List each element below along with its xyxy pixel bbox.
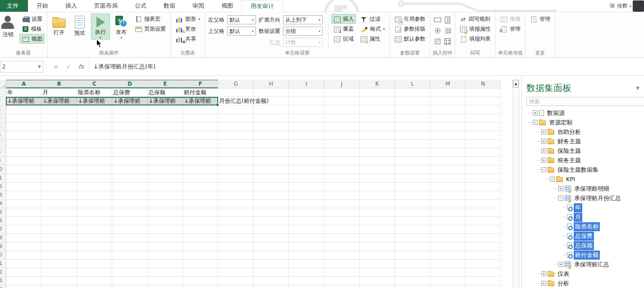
grid-cell[interactable] (148, 234, 183, 242)
grid-cell[interactable] (148, 200, 183, 208)
grid-cell[interactable] (289, 260, 324, 268)
row-header[interactable]: 8 (0, 148, 6, 157)
grid-cell[interactable] (360, 268, 395, 277)
grid-cell[interactable] (395, 97, 430, 105)
row-header[interactable]: 24 (0, 285, 6, 288)
grid-cell[interactable]: ↓承保理赔 (41, 97, 77, 105)
grid-cell[interactable] (324, 200, 360, 208)
tab-file[interactable]: 文件 (0, 0, 28, 12)
grid-cell[interactable] (218, 148, 253, 157)
row-header[interactable]: 17 (0, 225, 6, 234)
grid-cell[interactable] (360, 234, 395, 242)
grid-cell[interactable] (466, 268, 501, 277)
expand-icon[interactable]: + (533, 110, 538, 115)
column-header[interactable]: N (466, 80, 501, 88)
grid-cell[interactable] (183, 217, 218, 225)
grid-cell[interactable] (430, 285, 466, 288)
grid-cell[interactable] (254, 225, 289, 234)
grid-cell[interactable] (360, 277, 395, 285)
grid-cell[interactable] (430, 148, 466, 157)
tab-insert[interactable]: 插入 (57, 0, 86, 12)
confirm-button[interactable]: ✓ (62, 61, 75, 73)
grid-cell[interactable] (148, 251, 183, 260)
grid-cell[interactable] (148, 225, 183, 234)
grid-cell[interactable] (112, 148, 147, 157)
row-header[interactable]: 7 (0, 140, 6, 148)
grid-cell[interactable] (324, 131, 360, 140)
grid-cell[interactable] (6, 191, 41, 200)
grid-cell[interactable] (324, 208, 360, 217)
filter-button[interactable]: 过滤 (358, 14, 387, 24)
view-button[interactable]: 视图 (19, 34, 45, 44)
grid-cell[interactable] (466, 140, 501, 148)
grid-cell[interactable] (148, 242, 183, 251)
grid-cell[interactable] (77, 148, 112, 157)
expand-icon[interactable]: + (541, 281, 546, 286)
grid-cell[interactable] (41, 165, 77, 174)
grid-cell[interactable] (6, 200, 41, 208)
grid-cell[interactable] (289, 114, 324, 123)
grid-cell[interactable] (466, 114, 501, 123)
expand-icon[interactable]: + (541, 158, 546, 163)
grid-cell[interactable] (360, 88, 395, 97)
grid-cell[interactable] (218, 131, 253, 140)
grid-cell[interactable] (148, 157, 183, 165)
row-header[interactable]: 21 (0, 260, 6, 268)
grid-cell[interactable] (466, 200, 501, 208)
grid-cell[interactable] (77, 140, 112, 148)
row-header[interactable]: 22 (0, 268, 6, 277)
grid-cell[interactable] (77, 174, 112, 183)
grid-cell[interactable] (466, 234, 501, 242)
column-header[interactable]: G (218, 80, 253, 88)
grid-cell[interactable] (148, 268, 183, 277)
vertical-scrollbar[interactable]: ▲ (512, 80, 519, 288)
grid-cell[interactable] (360, 260, 395, 268)
grid-cell[interactable] (218, 140, 253, 148)
grid-cell[interactable] (41, 200, 77, 208)
grid-cell[interactable] (148, 285, 183, 288)
grid-cell[interactable] (112, 191, 147, 200)
tree-item-总保费[interactable]: 总保费 (526, 231, 644, 241)
grid-cell[interactable] (183, 148, 218, 157)
grid-cell[interactable] (395, 208, 430, 217)
grid-cell[interactable] (41, 268, 77, 277)
grid-cell[interactable] (360, 200, 395, 208)
grid-cell[interactable] (430, 165, 466, 174)
name-box[interactable]: 2 ▼ (0, 61, 43, 73)
page-setup-button[interactable]: 页面设置 (132, 24, 168, 34)
grid-cell[interactable] (430, 174, 466, 183)
grid-cell[interactable] (430, 260, 466, 268)
tab-formulas[interactable]: 公式 (126, 0, 155, 12)
grid-cell[interactable] (148, 123, 183, 131)
insert-cell-button[interactable]: 插入 (331, 14, 356, 24)
tree-item-保险主题[interactable]: +保险主题 (526, 146, 644, 155)
tree-item-年[interactable]: 年 (526, 203, 644, 212)
grid-cell[interactable] (77, 208, 112, 217)
grid-cell[interactable] (148, 191, 183, 200)
grid-cell[interactable] (148, 174, 183, 183)
grid-cell[interactable] (6, 140, 41, 148)
grid-cell[interactable] (254, 140, 289, 148)
grid-cell[interactable] (183, 174, 218, 183)
grid-cell[interactable] (395, 174, 430, 183)
grid-cell[interactable] (183, 225, 218, 234)
grid-cell[interactable] (41, 183, 77, 191)
cover-button[interactable]: 覆盖 (331, 24, 356, 34)
column-header[interactable]: K (360, 80, 395, 88)
grid-cell[interactable] (360, 208, 395, 217)
column-header[interactable]: I (289, 80, 324, 88)
grid-cell[interactable] (466, 217, 501, 225)
grid-cell[interactable] (466, 88, 501, 97)
grid-cell[interactable] (6, 105, 41, 114)
textbox-control-button[interactable] (433, 14, 443, 25)
grid-cell[interactable] (41, 174, 77, 183)
grid-cell[interactable] (41, 123, 77, 131)
grid-cell[interactable]: ↓承保理赔 (148, 97, 183, 105)
grid-cell[interactable] (77, 131, 112, 140)
search-input[interactable] (526, 97, 644, 106)
tree-item-财务主题[interactable]: +财务主题 (526, 137, 644, 146)
grid-cell[interactable] (289, 165, 324, 174)
column-header[interactable]: J (324, 80, 360, 88)
grid-cell[interactable] (77, 277, 112, 285)
grid-cell[interactable] (430, 251, 466, 260)
